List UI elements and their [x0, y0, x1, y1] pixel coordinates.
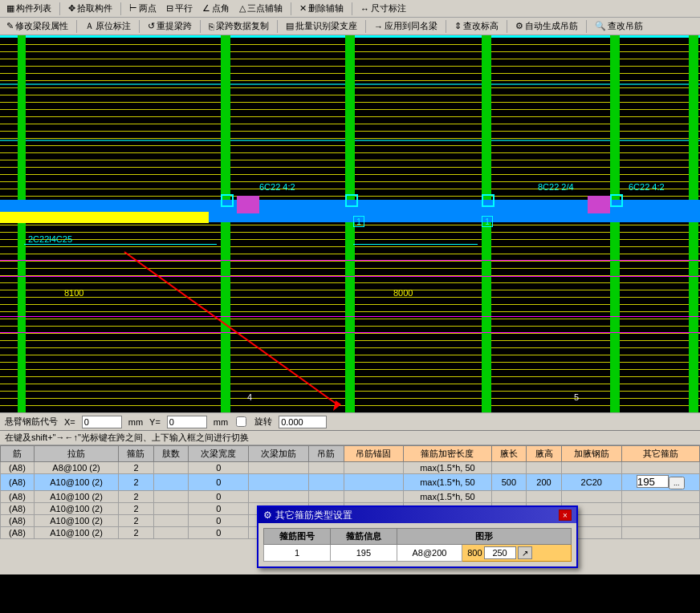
dimension-icon: ↔: [360, 4, 369, 14]
table-cell: [153, 502, 189, 514]
table-cell: (A8): [1, 474, 35, 491]
dialog-th-num: 箍筋图号: [264, 529, 331, 545]
sep6: [139, 20, 140, 33]
th-secbeam-rebar: 次梁加筋: [249, 446, 309, 462]
sep1: [59, 2, 60, 15]
table-cell: 2: [119, 526, 154, 538]
table-cell: [308, 490, 344, 502]
check-stirrup-icon: 🔍: [595, 21, 606, 31]
btn-pointangle[interactable]: ∠ 点角: [199, 1, 233, 16]
dialog-close-button[interactable]: ×: [559, 509, 572, 521]
table-row: (A8)A8@100 (2)20max(1.5*h, 50: [1, 462, 700, 474]
table-cell: [153, 462, 189, 474]
btn-dimension[interactable]: ↔ 尺寸标注: [357, 1, 409, 16]
btn-twopoint[interactable]: ⊢ 两点: [126, 1, 160, 16]
btn-pick[interactable]: ✥ 拾取构件: [65, 1, 116, 16]
table-cell: [491, 462, 527, 474]
th-haunch-rebar: 加腋钢筋: [561, 446, 621, 462]
table-cell: [249, 490, 309, 502]
btn-annotate[interactable]: Ａ 原位标注: [82, 18, 134, 34]
marker-1: [221, 194, 234, 207]
span-icon: ↺: [148, 21, 155, 31]
table-cell: [344, 490, 404, 502]
threepoint-icon: △: [239, 3, 246, 14]
other-stirrup-btn[interactable]: ...: [669, 477, 685, 489]
pick-icon: ✥: [68, 3, 75, 14]
btn-component-list[interactable]: ▦ 构件列表: [3, 1, 55, 16]
btn-threepoint[interactable]: △ 三点辅轴: [236, 1, 286, 16]
magenta-line1: [0, 260, 700, 261]
sep7: [200, 20, 201, 33]
cad-canvas[interactable]: 6C22 4:2 8C22 2/4 6C22 4:2 2C22l4C25 810…: [0, 35, 700, 412]
axis-label-4: 4: [247, 392, 252, 402]
btn-parallel[interactable]: ⊟ 平行: [163, 1, 196, 16]
rotate-input[interactable]: [279, 416, 327, 428]
table-cell: A8@100 (2): [34, 462, 118, 474]
beam-label-1: 6C22 4:2: [259, 182, 295, 192]
status-unit-x: mm: [128, 417, 143, 427]
twopoint-icon: ⊢: [129, 3, 137, 14]
btn-check-stirrup[interactable]: 🔍 查改吊筋: [592, 18, 646, 34]
th-rebar: 筋: [1, 446, 35, 462]
table-cell: [491, 490, 527, 502]
table-cell: 2C20: [561, 474, 621, 491]
table-cell: [249, 474, 309, 491]
table-cell: 0: [189, 474, 249, 491]
status-input-x[interactable]: [82, 416, 122, 428]
pointangle-icon: ∠: [202, 3, 210, 14]
dialog-table: 箍筋图号 箍筋信息 图形 1 195 A8@200 800: [263, 528, 572, 562]
btn-elevation[interactable]: ⇕ 查改标高: [451, 18, 502, 34]
btn-respan[interactable]: ↺ 重提梁跨: [144, 18, 195, 34]
dialog-cell-rebar: A8@200: [397, 545, 462, 562]
annotate-icon: Ａ: [85, 20, 94, 32]
table-cell: [344, 462, 404, 474]
edit-icon: ✎: [6, 21, 14, 31]
sep4: [352, 2, 352, 15]
table-cell: A10@100 (2): [34, 514, 118, 526]
btn-copy-span[interactable]: ⎘ 梁跨数据复制: [206, 18, 272, 34]
th-limbs: 肢数: [153, 446, 189, 462]
hint-text: 在键及shift+"→←↑"光标键在跨之间、上下输入框之间进行切换: [5, 432, 249, 444]
delete-icon: ✕: [299, 3, 307, 14]
dialog-titlebar: ⚙ 其它箍筋类型设置 ×: [258, 507, 576, 523]
table-cell: [621, 502, 699, 514]
stirrup-icon: ⚙: [515, 21, 523, 31]
marker-4: [610, 194, 623, 207]
dialog-th-info: 箍筋信息: [330, 529, 397, 545]
rotate-checkbox[interactable]: [236, 416, 246, 427]
parallel-icon: ⊟: [166, 3, 173, 14]
table-cell: [561, 490, 621, 502]
shape-input-group: 800 ↗: [467, 546, 566, 559]
dim-line1: [24, 244, 217, 245]
table-cell: (A8): [1, 514, 35, 526]
btn-delete-aux[interactable]: ✕ 删除辅轴: [296, 1, 347, 16]
shape-picker-btn[interactable]: ↗: [518, 546, 532, 559]
other-stirrup-input[interactable]: [637, 475, 669, 488]
btn-modify-seg[interactable]: ✎ 修改梁段属性: [3, 18, 71, 34]
table-row: (A8)A10@100 (2)20max(1.5*h, 505002002C20…: [1, 474, 700, 491]
status-unit-y: mm: [214, 417, 228, 427]
table-cell: 0: [189, 462, 249, 474]
table-cell: 2: [119, 514, 154, 526]
table-cell: [153, 474, 189, 491]
purple-rect1: [237, 196, 259, 213]
shape-height-input[interactable]: [484, 546, 516, 559]
table-cell: [153, 526, 189, 538]
btn-auto-stirrup[interactable]: ⚙ 自动生成吊筋: [512, 18, 581, 34]
beam-label-3: 6C22 4:2: [629, 182, 665, 192]
toolbar2: ✎ 修改梁段属性 Ａ 原位标注 ↺ 重提梁跨 ⎘ 梁跨数据复制 ▤ 批量识别梁支…: [0, 18, 700, 35]
table-cell: A10@100 (2): [34, 490, 118, 502]
apply-icon: →: [374, 22, 383, 31]
statusbar: 悬臂钢筋代号 X= mm Y= mm 旋转: [0, 412, 700, 430]
table-cell: (A8): [1, 526, 35, 538]
btn-batch-id[interactable]: ▤ 批量识别梁支座: [283, 18, 360, 34]
list-icon: ▦: [6, 3, 14, 14]
status-hint: 悬臂钢筋代号: [5, 416, 58, 428]
dialog-other-stirrup: ⚙ 其它箍筋类型设置 × 箍筋图号 箍筋信息 图形 1 195: [257, 505, 578, 568]
status-input-y[interactable]: [167, 416, 207, 428]
th-secbeam-width: 次梁宽度: [189, 446, 249, 462]
btn-apply-same[interactable]: → 应用到同名梁: [371, 18, 441, 34]
sep8: [277, 20, 278, 33]
table-row: (A8)A10@100 (2)20max(1.5*h, 50: [1, 490, 700, 502]
table-cell: [308, 462, 344, 474]
